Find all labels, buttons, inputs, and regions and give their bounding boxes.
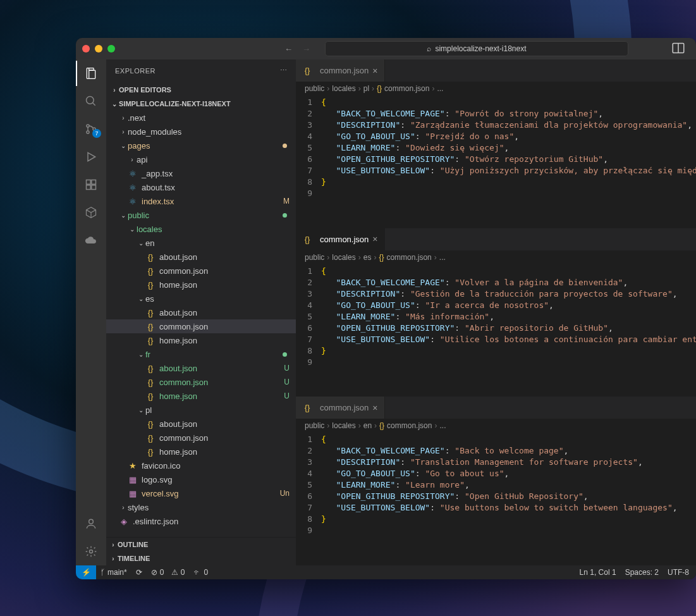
close-tab-icon[interactable]: × — [372, 403, 377, 413]
folder-locales[interactable]: ⌄locales — [106, 222, 296, 236]
file-en-about[interactable]: {}about.json — [106, 250, 296, 264]
close-tab-icon[interactable]: × — [372, 66, 377, 76]
file-label: vercel.svg — [142, 489, 179, 498]
file-pl-home[interactable]: {}home.json — [106, 445, 296, 459]
nav-back-icon[interactable]: ← — [284, 44, 293, 54]
line-gutter: 123456789 — [296, 433, 321, 565]
problems-status[interactable]: ⊘0 ⚠0 — [147, 568, 190, 577]
timeline-section[interactable]: ›TIMELINE — [106, 551, 296, 565]
json-icon: {} — [377, 84, 382, 93]
folder-public[interactable]: ⌄public — [106, 208, 296, 222]
breadcrumb-segment: common.json — [386, 253, 431, 262]
file-es-home[interactable]: {}home.json — [106, 333, 296, 347]
file-label: about.json — [159, 308, 197, 317]
search-activity-icon[interactable] — [83, 94, 99, 109]
file-app-tsx[interactable]: ⚛_app.tsx — [106, 166, 296, 180]
file-about-tsx[interactable]: ⚛about.tsx — [106, 180, 296, 194]
git-status: U — [284, 364, 290, 373]
file-en-home[interactable]: {}home.json — [106, 278, 296, 292]
folder-api[interactable]: ›api — [106, 152, 296, 166]
cube-icon[interactable] — [83, 205, 99, 220]
nav-forward-icon[interactable]: → — [302, 44, 310, 54]
file-label: _app.tsx — [142, 169, 173, 178]
tab-label: common.json — [320, 66, 369, 75]
editor-tab[interactable]: {}common.json× — [296, 228, 385, 250]
command-center[interactable]: ⌕ simplelocalize-next-i18next — [325, 41, 628, 56]
sync-button[interactable]: ⟳ — [131, 568, 147, 577]
file-label: about.json — [159, 252, 197, 262]
code-editor[interactable]: 123456789{ "BACK_TO_WELCOME_PAGE": "Back… — [296, 433, 696, 565]
folder-en[interactable]: ⌄en — [106, 236, 296, 250]
port-count: 0 — [204, 568, 208, 577]
code-editor[interactable]: 123456789{ "BACK_TO_WELCOME_PAGE": "Volv… — [296, 264, 696, 397]
statusbar: ⚡ ᚶmain* ⟳ ⊘0 ⚠0 ᯤ0 Ln 1, Col 1 Spaces: … — [76, 565, 696, 579]
code-content[interactable]: { "BACK_TO_WELCOME_PAGE": "Back to welco… — [321, 433, 696, 565]
file-vercel-svg[interactable]: ▦vercel.svgUn — [106, 486, 296, 500]
json-icon: {} — [145, 266, 156, 276]
svg-point-14 — [90, 550, 93, 553]
cloud-icon[interactable] — [83, 233, 99, 248]
file-es-about[interactable]: {}about.json — [106, 305, 296, 319]
sidebar-header: EXPLORER ⋯ — [106, 59, 296, 82]
json-icon: {} — [145, 252, 156, 262]
file-favicon[interactable]: ★favicon.ico — [106, 459, 296, 472]
extensions-icon[interactable] — [83, 177, 99, 192]
warning-icon: ⚠ — [171, 568, 178, 577]
file-eslintrc[interactable]: ◈.eslintrc.json — [106, 514, 296, 528]
file-fr-about[interactable]: {}about.jsonU — [106, 361, 296, 375]
file-label: common.json — [159, 433, 208, 443]
close-tab-icon[interactable]: × — [372, 234, 377, 244]
close-window-button[interactable] — [82, 45, 90, 52]
open-editors-section[interactable]: ›OPEN EDITORS — [106, 83, 296, 97]
file-fr-home[interactable]: {}home.jsonU — [106, 389, 296, 403]
folder-pages[interactable]: ⌄pages — [106, 139, 296, 152]
sidebar-more-icon[interactable]: ⋯ — [280, 66, 288, 75]
breadcrumb[interactable]: public›locales›en›{} common.json›... — [296, 419, 696, 433]
settings-gear-icon[interactable] — [83, 544, 99, 559]
breadcrumb[interactable]: public›locales›pl›{} common.json›... — [296, 82, 696, 95]
editor-tab[interactable]: {}common.json× — [296, 397, 385, 419]
file-fr-common[interactable]: {}common.jsonU — [106, 375, 296, 389]
folder-styles[interactable]: ›styles — [106, 500, 296, 514]
file-pl-about[interactable]: {}about.json — [106, 417, 296, 431]
cursor-position[interactable]: Ln 1, Col 1 — [575, 568, 621, 577]
file-label: about.tsx — [142, 183, 175, 192]
json-icon: {} — [145, 322, 156, 331]
breadcrumb[interactable]: public›locales›es›{} common.json›... — [296, 250, 696, 264]
folder-next[interactable]: ›.next — [106, 111, 296, 125]
folder-node-modules[interactable]: ›node_modules — [106, 125, 296, 139]
remote-button[interactable]: ⚡ — [76, 565, 96, 579]
file-es-common[interactable]: {}common.json — [106, 319, 296, 333]
editor-tab[interactable]: {}common.json× — [296, 59, 385, 82]
debug-icon[interactable] — [83, 149, 99, 164]
json-icon: {} — [145, 364, 156, 373]
outline-section[interactable]: ›OUTLINE — [106, 538, 296, 551]
file-index-tsx[interactable]: ⚛index.tsxM — [106, 194, 296, 208]
indentation-status[interactable]: Spaces: 2 — [621, 568, 663, 577]
port-status[interactable]: ᯤ0 — [189, 568, 212, 577]
scm-icon[interactable]: 7 — [83, 121, 99, 137]
explorer-icon[interactable] — [83, 66, 99, 81]
file-pl-common[interactable]: {}common.json — [106, 431, 296, 445]
breadcrumb-segment: ... — [439, 253, 446, 262]
file-logo-svg[interactable]: ▦logo.svg — [106, 472, 296, 486]
file-label: logo.svg — [142, 475, 172, 484]
git-branch-status[interactable]: ᚶmain* — [96, 568, 131, 577]
file-label: about.json — [159, 419, 197, 429]
editor-pane-pl: {}common.json×public›locales›pl›{} commo… — [296, 59, 696, 228]
folder-fr[interactable]: ⌄fr — [106, 347, 296, 361]
code-content[interactable]: { "BACK_TO_WELCOME_PAGE": "Volver a la p… — [321, 264, 696, 397]
code-content[interactable]: { "BACK_TO_WELCOME_PAGE": "Powrót do str… — [321, 95, 696, 228]
file-en-common[interactable]: {}common.json — [106, 264, 296, 278]
encoding-status[interactable]: UTF-8 — [663, 568, 693, 577]
folder-pl[interactable]: ⌄pl — [106, 403, 296, 417]
account-icon[interactable] — [83, 516, 99, 531]
minimize-window-button[interactable] — [95, 45, 102, 52]
maximize-window-button[interactable] — [107, 45, 115, 52]
folder-es[interactable]: ⌄es — [106, 292, 296, 305]
code-editor[interactable]: 123456789{ "BACK_TO_WELCOME_PAGE": "Powr… — [296, 95, 696, 228]
layout-panel-icon[interactable] — [672, 42, 685, 56]
breadcrumb-segment: es — [363, 253, 372, 262]
project-root[interactable]: ⌄SIMPLELOCALIZE-NEXT-I18NEXT — [106, 97, 296, 111]
breadcrumb-segment: en — [363, 421, 372, 430]
